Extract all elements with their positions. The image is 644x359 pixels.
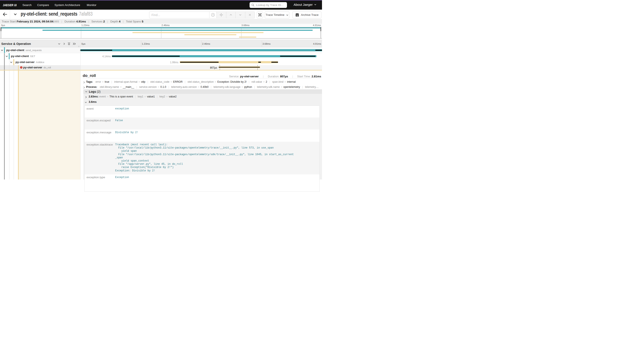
svg-text:?: ? <box>212 14 214 16</box>
